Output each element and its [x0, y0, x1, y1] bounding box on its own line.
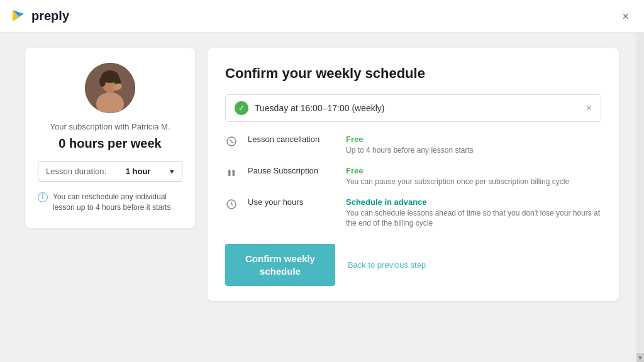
panel-title: Confirm your weekly schedule	[225, 65, 601, 82]
svg-rect-13	[228, 170, 231, 176]
logo: preply	[10, 8, 69, 25]
info-icon: i	[38, 192, 48, 202]
cancellation-desc: Up to 4 hours before any lesson starts	[346, 145, 601, 156]
green-check-icon: ✓	[235, 101, 248, 115]
cancellation-label: Lesson cancellation	[248, 134, 336, 144]
slot-close-button[interactable]: ×	[586, 102, 592, 114]
svg-line-17	[231, 204, 233, 206]
lesson-duration-select[interactable]: Lesson duration: 1 hour ▾	[38, 161, 182, 182]
back-to-previous-step-button[interactable]: Back to previous step	[348, 260, 426, 270]
hours-label: Use your hours	[248, 197, 336, 207]
hours-text: 0 hours per week	[38, 136, 182, 151]
cancellation-status: Free	[346, 134, 601, 144]
feature-row-cancellation: Lesson cancellation Free Up to 4 hours b…	[225, 134, 601, 156]
feature-row-hours: Use your hours Schedule in advance You c…	[225, 197, 601, 229]
svg-point-8	[99, 77, 106, 87]
chevron-down-icon: ▾	[170, 167, 174, 176]
clock-icon	[225, 198, 238, 211]
avatar	[85, 63, 135, 113]
pause-label: Pause Subscription	[248, 166, 336, 175]
pause-details: Free You can pause your subscription onc…	[346, 166, 601, 187]
lesson-duration-value: 1 hour	[126, 167, 151, 176]
preply-logo-icon	[10, 8, 28, 25]
features-list: Lesson cancellation Free Up to 4 hours b…	[225, 134, 601, 229]
avatar-image	[85, 63, 135, 113]
subscription-text: Your subscription with Patricia M.	[38, 122, 182, 131]
info-box: i You can reschedule any individual less…	[38, 192, 182, 213]
svg-rect-14	[233, 170, 235, 176]
hours-status: Schedule in advance	[346, 197, 601, 207]
feature-row-pause: Pause Subscription Free You can pause yo…	[225, 166, 601, 187]
pause-icon	[225, 167, 238, 179]
scrollbar-track: ▲ ▼	[636, 0, 644, 362]
svg-line-12	[230, 140, 233, 143]
bottom-actions: Confirm weeklyschedule Back to previous …	[225, 244, 601, 286]
logo-text: preply	[31, 9, 69, 23]
schedule-slot-text: Tuesday at 16:00–17:00 (weekly)	[255, 103, 385, 113]
main-content: Your subscription with Patricia M. 0 hou…	[0, 33, 644, 362]
left-card: Your subscription with Patricia M. 0 hou…	[25, 48, 195, 228]
pause-status: Free	[346, 166, 601, 175]
hours-details: Schedule in advance You can schedule les…	[346, 197, 601, 229]
confirm-weekly-schedule-button[interactable]: Confirm weeklyschedule	[225, 244, 335, 286]
info-text: You can reschedule any individual lesson…	[53, 192, 182, 213]
cancellation-details: Free Up to 4 hours before any lesson sta…	[346, 134, 601, 156]
hours-desc: You can schedule lessons ahead of time s…	[346, 208, 601, 229]
pause-desc: You can pause your subscription once per…	[346, 177, 601, 187]
close-button[interactable]: ×	[617, 8, 634, 25]
top-bar: preply ×	[0, 0, 644, 33]
lesson-duration-prefix: Lesson duration:	[46, 167, 106, 176]
slot-left: ✓ Tuesday at 16:00–17:00 (weekly)	[235, 101, 385, 115]
cancel-circle-icon	[225, 135, 238, 148]
scrollbar-down-arrow[interactable]: ▼	[636, 353, 644, 362]
right-panel: Confirm your weekly schedule ✓ Tuesday a…	[208, 48, 619, 301]
schedule-slot: ✓ Tuesday at 16:00–17:00 (weekly) ×	[225, 94, 601, 122]
